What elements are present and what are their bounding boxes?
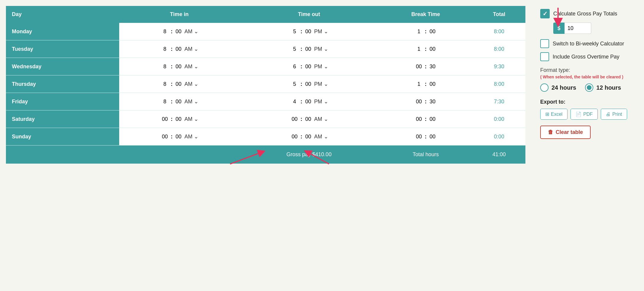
break-cell-1: 1 : 00: [379, 40, 473, 58]
time-out-sep-0: :: [301, 29, 302, 35]
time-in-min-0[interactable]: 00: [174, 29, 183, 35]
time-in-min-5[interactable]: 00: [174, 116, 183, 122]
time-out-ampm-2[interactable]: PM ⌄: [314, 63, 328, 70]
time-out-hour-0[interactable]: 5: [290, 29, 299, 35]
biweekly-checkbox[interactable]: [540, 39, 549, 48]
time-out-hour-3[interactable]: 5: [290, 81, 299, 87]
break-min-0[interactable]: 00: [428, 29, 437, 35]
clear-table-button[interactable]: 🗑 Clear table: [540, 126, 591, 139]
break-hour-1[interactable]: 1: [414, 46, 424, 52]
footer-gross-pay: Gross pay $410.00: [240, 146, 379, 164]
time-out-hour-6[interactable]: 00: [290, 134, 299, 140]
export-pdf-button[interactable]: 📄 PDF: [570, 109, 598, 120]
time-out-min-5[interactable]: 00: [304, 116, 313, 122]
break-min-3[interactable]: 00: [428, 81, 437, 87]
time-in-cell-3: 8 : 00 AM ⌄: [119, 75, 240, 93]
time-in-cell-1: 8 : 00 AM ⌄: [119, 40, 240, 58]
time-out-min-3[interactable]: 00: [304, 81, 313, 87]
break-min-6[interactable]: 00: [428, 134, 437, 140]
time-in-min-4[interactable]: 00: [174, 99, 183, 105]
radio-12h[interactable]: 12 hours: [585, 83, 621, 92]
break-hour-5[interactable]: 00: [414, 116, 424, 122]
time-out-ampm-6[interactable]: AM ⌄: [314, 133, 328, 140]
time-out-min-6[interactable]: 00: [304, 134, 313, 140]
break-min-5[interactable]: 00: [428, 116, 437, 122]
break-cell-4: 00 : 30: [379, 93, 473, 110]
break-cell-3: 1 : 00: [379, 75, 473, 93]
time-out-hour-2[interactable]: 6: [290, 64, 299, 70]
time-out-min-1[interactable]: 00: [304, 46, 313, 52]
format-type-label: Format type:: [540, 67, 638, 73]
time-out-hour-1[interactable]: 5: [290, 46, 299, 52]
time-out-hour-4[interactable]: 4: [290, 99, 299, 105]
time-in-hour-4[interactable]: 8: [160, 99, 170, 105]
time-in-ampm-2[interactable]: AM ⌄: [184, 63, 198, 70]
time-in-ampm-5[interactable]: AM ⌄: [184, 116, 198, 122]
radio-12h-circle[interactable]: [585, 83, 593, 92]
time-in-hour-3[interactable]: 8: [160, 81, 170, 87]
time-out-hour-5[interactable]: 00: [290, 116, 299, 122]
break-hour-6[interactable]: 00: [414, 134, 424, 140]
time-out-ampm-5[interactable]: AM ⌄: [314, 116, 328, 122]
break-min-4[interactable]: 30: [428, 99, 437, 105]
time-in-ampm-6[interactable]: AM ⌄: [184, 133, 198, 140]
checkmark-icon: ✓: [543, 10, 548, 17]
break-hour-4[interactable]: 00: [414, 99, 424, 105]
time-in-hour-6[interactable]: 00: [160, 134, 170, 140]
break-hour-2[interactable]: 00: [414, 64, 424, 70]
export-pdf-label: PDF: [583, 112, 593, 117]
total-cell-2: 9:30: [473, 58, 525, 75]
time-out-min-4[interactable]: 00: [304, 99, 313, 105]
overtime-row: Include Gross Overtime Pay: [540, 52, 638, 61]
total-cell-5: 0:00: [473, 110, 525, 128]
time-in-ampm-3[interactable]: AM ⌄: [184, 81, 198, 87]
format-radio-row: 24 hours 12 hours: [540, 83, 638, 92]
break-sep-2: :: [425, 64, 427, 70]
day-cell-1: Tuesday: [6, 40, 119, 58]
time-in-min-3[interactable]: 00: [174, 81, 183, 87]
time-in-min-1[interactable]: 00: [174, 46, 183, 52]
time-out-cell-0: 5 : 00 PM ⌄: [240, 23, 379, 40]
overtime-checkbox[interactable]: [540, 52, 549, 61]
time-in-hour-1[interactable]: 8: [160, 46, 170, 52]
time-in-min-6[interactable]: 00: [174, 134, 183, 140]
time-in-cell-6: 00 : 00 AM ⌄: [119, 128, 240, 146]
time-out-min-2[interactable]: 00: [304, 64, 313, 70]
format-note: ( When selected, the table will be clear…: [540, 75, 638, 79]
day-cell-6: Sunday: [6, 128, 119, 146]
calculate-gross-row: ✓ Calculate Gross Pay Totals: [540, 9, 638, 18]
table-row: Sunday 00 : 00 AM ⌄ 00 : 00 AM ⌄ 00 : 00…: [6, 128, 525, 146]
time-in-hour-5[interactable]: 00: [160, 116, 170, 122]
day-cell-0: Monday: [6, 23, 119, 40]
break-sep-4: :: [425, 99, 427, 105]
time-out-min-0[interactable]: 00: [304, 29, 313, 35]
break-hour-3[interactable]: 1: [414, 81, 424, 87]
calculate-gross-checkbox[interactable]: ✓: [540, 9, 550, 18]
time-in-hour-0[interactable]: 8: [160, 29, 170, 35]
break-min-1[interactable]: 00: [428, 46, 437, 52]
print-icon: 🖨: [606, 112, 610, 117]
table-row: Tuesday 8 : 00 AM ⌄ 5 : 00 PM ⌄ 1 : 00 8…: [6, 40, 525, 58]
time-in-ampm-0[interactable]: AM ⌄: [184, 28, 198, 35]
time-out-ampm-3[interactable]: PM ⌄: [314, 81, 328, 87]
hourly-rate-input[interactable]: [565, 23, 591, 34]
total-cell-4: 7:30: [473, 93, 525, 110]
time-out-ampm-1[interactable]: PM ⌄: [314, 46, 328, 52]
format-section: Format type: ( When selected, the table …: [540, 67, 638, 92]
time-in-sep-0: :: [171, 29, 173, 35]
time-in-ampm-4[interactable]: AM ⌄: [184, 98, 198, 105]
radio-24h[interactable]: 24 hours: [540, 83, 576, 92]
export-print-button[interactable]: 🖨 Print: [601, 109, 627, 120]
time-in-ampm-1[interactable]: AM ⌄: [184, 46, 198, 52]
time-out-ampm-0[interactable]: PM ⌄: [314, 28, 328, 35]
time-in-hour-2[interactable]: 8: [160, 64, 170, 70]
break-hour-0[interactable]: 1: [414, 29, 424, 35]
time-out-ampm-4[interactable]: PM ⌄: [314, 98, 328, 105]
break-min-2[interactable]: 30: [428, 64, 437, 70]
export-excel-button[interactable]: ⊞ Excel: [540, 109, 568, 120]
break-sep-0: :: [425, 29, 427, 35]
radio-24h-circle[interactable]: [540, 83, 549, 92]
table-row: Wednesday 8 : 00 AM ⌄ 6 : 00 PM ⌄ 00 : 3…: [6, 58, 525, 75]
table-row: Friday 8 : 00 AM ⌄ 4 : 00 PM ⌄ 00 : 30 7…: [6, 93, 525, 110]
time-in-min-2[interactable]: 00: [174, 64, 183, 70]
